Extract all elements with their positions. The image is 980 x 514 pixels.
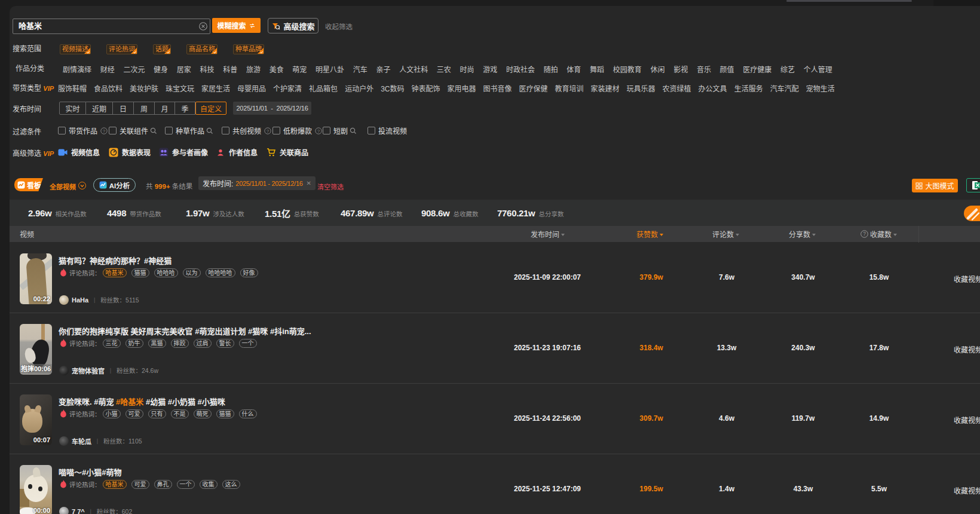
svg-text:?: ? bbox=[103, 128, 106, 133]
svg-text:?: ? bbox=[317, 128, 320, 133]
svg-text:?: ? bbox=[863, 231, 866, 237]
svg-text:?: ? bbox=[267, 128, 270, 133]
